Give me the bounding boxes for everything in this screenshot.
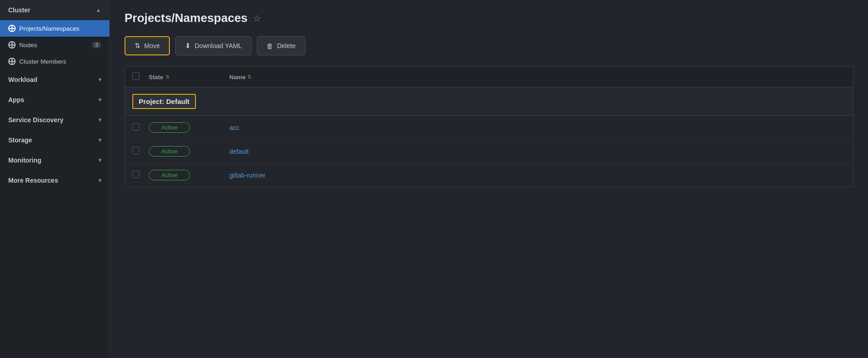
globe-icon	[8, 41, 16, 49]
chevron-down-icon: ▾	[98, 76, 101, 83]
row-name-col: gitlab-runner	[229, 171, 846, 179]
row-checkbox-col	[132, 171, 141, 180]
sidebar-service-discovery-header[interactable]: Service Discovery ▾	[0, 110, 109, 130]
globe-icon	[8, 25, 16, 32]
sidebar-cluster-label: Cluster	[8, 6, 30, 14]
chevron-down-icon: ▾	[98, 117, 101, 123]
row-name-col: acc	[229, 124, 846, 132]
header-checkbox-col	[132, 72, 141, 81]
sidebar-more-resources-label: More Resources	[8, 177, 58, 184]
globe-icon	[8, 58, 16, 65]
move-button[interactable]: ⇅ Move	[125, 36, 170, 55]
row-checkbox-col	[132, 147, 141, 156]
delete-button[interactable]: 🗑 Delete	[257, 36, 305, 55]
namespace-link[interactable]: gitlab-runner	[229, 172, 266, 179]
main-content: Projects/Namespaces ☆ ⇅ Move ⬇ Download …	[110, 0, 868, 358]
download-icon: ⬇	[185, 42, 191, 50]
namespace-link[interactable]: default	[229, 148, 249, 155]
sidebar-apps-label: Apps	[8, 96, 24, 103]
chevron-down-icon: ▾	[98, 137, 101, 143]
sidebar-item-label: Nodes	[19, 42, 37, 49]
row-state-col: Active	[149, 170, 222, 180]
row-select-checkbox[interactable]	[132, 147, 140, 154]
toolbar: ⇅ Move ⬇ Download YAML 🗑 Delete	[125, 36, 853, 55]
sidebar-storage-header[interactable]: Storage ▾	[0, 130, 109, 150]
nodes-badge: 3	[92, 42, 101, 48]
status-badge: Active	[149, 170, 190, 180]
sidebar-apps-header[interactable]: Apps ▾	[0, 90, 109, 110]
state-col-label: State	[149, 74, 163, 81]
sidebar-storage-label: Storage	[8, 136, 32, 144]
namespace-link[interactable]: acc	[229, 124, 239, 131]
sort-name-icon: ⇅	[247, 74, 251, 80]
row-state-col: Active	[149, 146, 222, 157]
name-col-label: Name	[229, 74, 245, 81]
row-checkbox-col	[132, 123, 141, 132]
sidebar-item-label: Projects/Namespaces	[19, 25, 79, 32]
sidebar-cluster-header[interactable]: Cluster ▲	[0, 0, 109, 20]
chevron-up-icon: ▲	[96, 7, 101, 13]
sidebar-item-projects-namespaces[interactable]: Projects/Namespaces	[0, 20, 109, 37]
sidebar-service-discovery-label: Service Discovery	[8, 116, 64, 124]
state-column-header[interactable]: State ⇅	[149, 74, 222, 81]
chevron-down-icon: ▾	[98, 157, 101, 163]
table-header: State ⇅ Name ⇅	[125, 67, 853, 87]
row-state-col: Active	[149, 122, 222, 133]
sidebar-item-nodes[interactable]: Nodes 3	[0, 37, 109, 53]
sidebar-monitoring-header[interactable]: Monitoring ▾	[0, 150, 109, 170]
row-select-checkbox[interactable]	[132, 171, 140, 178]
page-title-row: Projects/Namespaces ☆	[125, 11, 853, 25]
project-default-label: Project: Default	[132, 94, 196, 109]
namespaces-table: State ⇅ Name ⇅ Project: Default Active	[125, 66, 853, 187]
sidebar-item-label: Cluster Members	[19, 58, 66, 65]
sort-state-icon: ⇅	[165, 74, 169, 80]
table-row: Active acc	[125, 116, 853, 140]
page-title: Projects/Namespaces	[125, 11, 248, 25]
row-name-col: default	[229, 147, 846, 156]
status-badge: Active	[149, 122, 190, 133]
status-badge: Active	[149, 146, 190, 157]
delete-label: Delete	[277, 42, 295, 49]
download-label: Download YAML	[195, 42, 242, 49]
move-label: Move	[144, 42, 160, 49]
project-group-header: Project: Default	[125, 87, 853, 116]
select-all-checkbox[interactable]	[132, 72, 140, 80]
sidebar: Cluster ▲ Projects/Namespaces Nodes 3 Cl…	[0, 0, 110, 358]
move-icon: ⇅	[135, 42, 141, 50]
sidebar-more-resources-header[interactable]: More Resources ▾	[0, 170, 109, 190]
chevron-down-icon: ▾	[98, 97, 101, 103]
table-row: Active gitlab-runner	[125, 163, 853, 187]
sidebar-workload-label: Workload	[8, 76, 38, 83]
download-yaml-button[interactable]: ⬇ Download YAML	[175, 36, 251, 55]
trash-icon: 🗑	[266, 42, 273, 50]
sidebar-monitoring-label: Monitoring	[8, 157, 41, 164]
sidebar-item-cluster-members[interactable]: Cluster Members	[0, 53, 109, 70]
favorite-star-icon[interactable]: ☆	[253, 13, 261, 24]
table-row: Active default	[125, 140, 853, 163]
name-column-header[interactable]: Name ⇅	[229, 74, 846, 81]
sidebar-workload-header[interactable]: Workload ▾	[0, 70, 109, 90]
row-select-checkbox[interactable]	[132, 123, 140, 130]
chevron-down-icon: ▾	[98, 177, 101, 184]
